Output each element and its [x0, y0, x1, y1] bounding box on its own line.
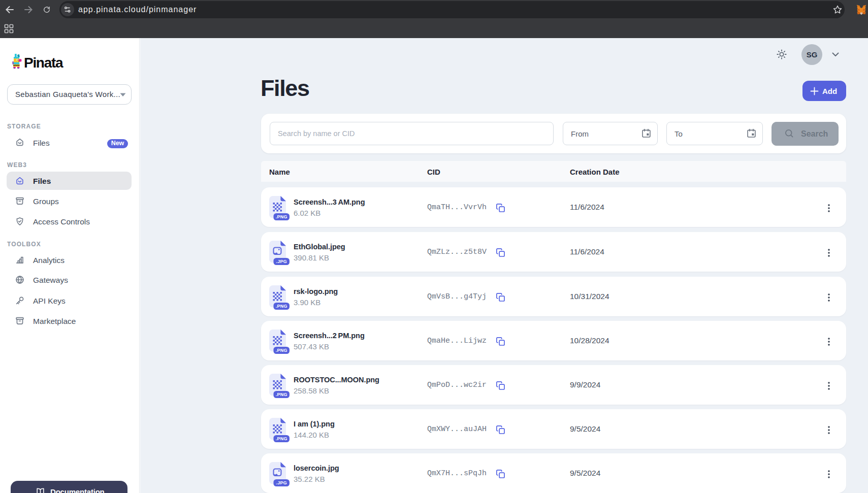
svg-text:.JPG: .JPG — [276, 259, 287, 264]
svg-text:.JPG: .JPG — [276, 480, 287, 485]
svg-text:.PNG: .PNG — [276, 304, 287, 309]
svg-text:.PNG: .PNG — [276, 436, 287, 441]
svg-text:.PNG: .PNG — [276, 214, 287, 219]
svg-text:.PNG: .PNG — [276, 392, 287, 397]
svg-text:.PNG: .PNG — [276, 348, 287, 353]
